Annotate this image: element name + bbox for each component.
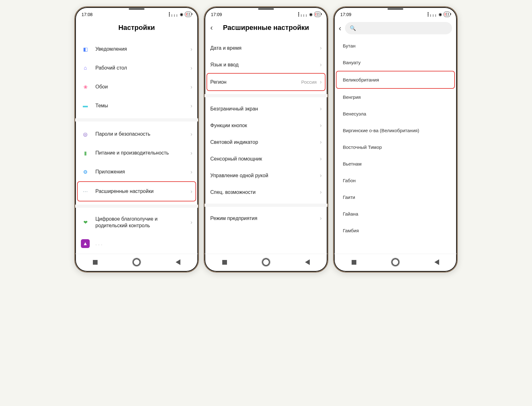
row-icon: ⌂ xyxy=(81,64,90,72)
settings-list: ◧ Уведомления ›⌂ Рабочий стол ›❀ Обои ›▬… xyxy=(75,40,198,254)
settings-row[interactable]: Безграничный экран › xyxy=(207,100,325,117)
settings-row[interactable]: ▮ Питание и производительность › xyxy=(78,144,195,162)
row-icon: ▮ xyxy=(81,149,90,157)
search-input[interactable]: 🔍 xyxy=(345,22,452,34)
nav-bar xyxy=(334,254,457,272)
nav-home[interactable] xyxy=(133,258,140,266)
settings-row[interactable]: ❤ Цифровое благополучие и родительский к… xyxy=(78,211,195,234)
signal-icon: ┇╷╷╷ xyxy=(297,12,308,17)
settings-row[interactable]: Управление одной рукой › xyxy=(207,167,325,184)
chevron-right-icon: › xyxy=(320,122,322,129)
row-label: Уведомления xyxy=(95,46,190,52)
status-bar: 17:09 ┇╷╷╷ ◉ 11 xyxy=(205,7,327,19)
settings-row[interactable]: Световой индикатор › xyxy=(207,134,325,150)
settings-row[interactable]: ▬ Темы › xyxy=(78,96,195,115)
chevron-right-icon: › xyxy=(190,84,192,90)
nav-home[interactable] xyxy=(392,258,399,266)
settings-row[interactable]: Регион Россия › xyxy=(207,73,325,91)
settings-row[interactable]: ◎ Пароли и безопасность › xyxy=(78,125,195,144)
row-label: Питание и производительность xyxy=(95,150,190,156)
row-icon: ⋯ xyxy=(81,187,90,196)
row-label: Дата и время xyxy=(210,45,320,51)
wifi-icon: ◉ xyxy=(309,12,313,17)
settings-row[interactable]: Функции кнопок › xyxy=(207,117,325,134)
row-label: Пароли и безопасность xyxy=(95,131,190,137)
list-item-truncated[interactable]: ▲ . . . xyxy=(78,234,195,253)
nav-home[interactable] xyxy=(262,258,270,266)
row-label: Сенсорный помощник xyxy=(210,156,320,162)
signal-icon: ┇╷╷╷ xyxy=(427,12,437,17)
settings-row[interactable]: ⌂ Рабочий стол › xyxy=(78,59,195,77)
country-item[interactable]: Гаити xyxy=(337,189,454,206)
row-label: Безграничный экран xyxy=(210,106,320,112)
nav-bar xyxy=(205,254,327,272)
battery-icon: 11 xyxy=(185,12,192,17)
status-bar: 17:09 ┇╷╷╷ ◉ 11 xyxy=(334,7,457,19)
settings-row[interactable]: Режим предприятия › xyxy=(207,210,325,227)
row-icon: ▬ xyxy=(81,101,90,110)
row-value: Россия xyxy=(301,79,317,85)
row-label: Функции кнопок xyxy=(210,123,320,128)
settings-row[interactable]: ⚙ Приложения › xyxy=(78,162,195,181)
chevron-right-icon: › xyxy=(320,61,322,68)
wifi-icon: ◉ xyxy=(439,12,442,17)
country-item[interactable]: Великобритания xyxy=(336,71,455,89)
country-item[interactable]: Габон xyxy=(337,172,454,189)
settings-row[interactable]: Дата и время › xyxy=(207,40,325,56)
header: Настройки xyxy=(75,19,198,40)
wifi-icon: ◉ xyxy=(180,12,183,17)
settings-row[interactable]: Язык и ввод › xyxy=(207,56,325,73)
settings-row[interactable]: Сенсорный помощник › xyxy=(207,150,325,167)
row-label: Обои xyxy=(95,84,190,90)
nav-back[interactable] xyxy=(176,259,180,265)
battery-icon: 11 xyxy=(314,12,321,17)
nav-back[interactable] xyxy=(434,259,439,265)
row-label: Язык и ввод xyxy=(210,62,320,68)
settings-row[interactable]: Спец. возможности › xyxy=(207,184,325,200)
row-label: Регион xyxy=(210,79,301,85)
back-button[interactable]: ‹ xyxy=(339,24,341,33)
country-item[interactable]: Бутан xyxy=(337,37,454,54)
row-icon: ❀ xyxy=(81,82,90,91)
country-item[interactable]: Гамбия xyxy=(337,222,454,239)
status-time: 17:09 xyxy=(211,12,222,17)
settings-row[interactable]: ⋯ Расширенные настройки › xyxy=(77,181,196,201)
country-item[interactable]: Виргинские о-ва (Великобритания) xyxy=(337,122,454,139)
status-time: 17:09 xyxy=(340,12,351,17)
nav-recent[interactable] xyxy=(222,260,227,265)
chevron-right-icon: › xyxy=(190,219,192,226)
row-label: Спец. возможности xyxy=(210,189,320,195)
search-header: ‹ 🔍 xyxy=(334,19,457,37)
signal-icon: ┇╷╷╷ xyxy=(168,12,178,17)
chevron-right-icon: › xyxy=(190,188,192,195)
status-time: 17:08 xyxy=(82,12,93,17)
chevron-right-icon: › xyxy=(320,155,322,162)
chevron-right-icon: › xyxy=(190,46,192,53)
nav-recent[interactable] xyxy=(93,260,98,265)
back-button[interactable]: ‹ xyxy=(210,23,213,32)
country-item[interactable]: Венесуэла xyxy=(337,105,454,122)
row-label: Цифровое благополучие и родительский кон… xyxy=(95,216,190,229)
row-icon: ❤ xyxy=(81,218,90,227)
chevron-right-icon: › xyxy=(190,169,192,175)
chevron-right-icon: › xyxy=(190,131,192,138)
chevron-right-icon: › xyxy=(320,172,322,179)
nav-back[interactable] xyxy=(305,259,310,265)
chevron-right-icon: › xyxy=(320,45,322,51)
row-icon: ⚙ xyxy=(81,167,90,176)
page-title: Расширенные настройки xyxy=(223,24,309,32)
chevron-right-icon: › xyxy=(320,189,322,195)
chevron-right-icon: › xyxy=(190,65,192,71)
nav-bar xyxy=(75,254,198,272)
settings-row[interactable]: ❀ Обои › xyxy=(78,77,195,96)
nav-recent[interactable] xyxy=(352,260,356,265)
country-item[interactable]: Вануату xyxy=(337,54,454,71)
country-item[interactable]: Венгрия xyxy=(337,89,454,105)
country-item[interactable]: Гайана xyxy=(337,206,454,222)
battery-icon: 11 xyxy=(444,12,450,17)
settings-row[interactable]: ◧ Уведомления › xyxy=(78,40,195,59)
country-item[interactable]: Вьетнам xyxy=(337,155,454,172)
search-icon: 🔍 xyxy=(350,25,356,31)
phone-settings: 17:08 ┇╷╷╷ ◉ 11 Настройки ◧ Уведомления … xyxy=(74,6,199,273)
country-item[interactable]: Восточный Тимор xyxy=(337,139,454,155)
